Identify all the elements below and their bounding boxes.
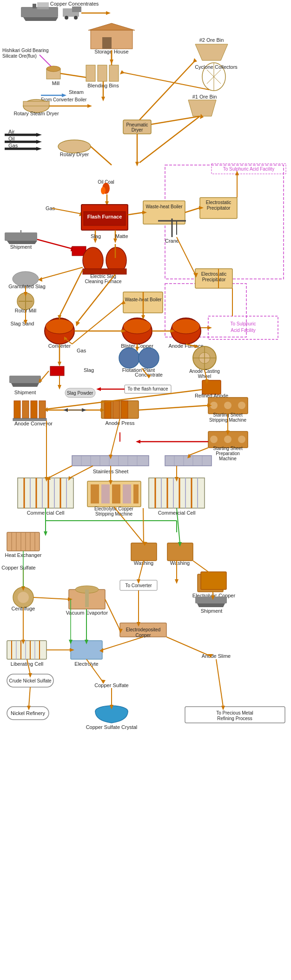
svg-rect-218 bbox=[133, 484, 139, 503]
heat-exchanger-icon bbox=[7, 532, 40, 551]
svg-marker-117 bbox=[76, 321, 80, 326]
svg-rect-160 bbox=[39, 401, 46, 418]
to-sulphuric-acid-1-label: To Sulphuric Acid Facility bbox=[223, 166, 275, 172]
svg-marker-185 bbox=[63, 408, 68, 412]
ore-bin-1-label: #1 Ore Bin bbox=[192, 94, 217, 99]
svg-line-54 bbox=[91, 146, 112, 165]
svg-line-93 bbox=[41, 267, 83, 279]
slag-2-label: Slag bbox=[84, 367, 94, 373]
svg-marker-123 bbox=[207, 326, 212, 330]
rotary-dryer-label: Rotary Dryer bbox=[60, 152, 89, 157]
svg-line-71 bbox=[185, 208, 200, 212]
svg-rect-159 bbox=[31, 401, 37, 418]
electrodeposited-copper-label-2: Copper bbox=[136, 633, 151, 638]
crane-label: Crane bbox=[165, 238, 179, 244]
svg-rect-165 bbox=[121, 401, 128, 418]
svg-rect-158 bbox=[22, 401, 29, 418]
svg-point-177 bbox=[238, 436, 245, 443]
electrolyte-label: Electrolyte bbox=[74, 661, 98, 667]
svg-marker-324 bbox=[193, 58, 197, 63]
svg-point-172 bbox=[224, 402, 231, 409]
svg-marker-186 bbox=[82, 408, 86, 412]
svg-rect-157 bbox=[14, 401, 20, 418]
shipment-3-label: Shipment bbox=[201, 608, 222, 614]
svg-marker-135 bbox=[11, 383, 39, 387]
hishikari-label: Hishikari Gold Bearing bbox=[2, 48, 49, 53]
mill-label: Mill bbox=[52, 80, 60, 86]
svg-line-300 bbox=[29, 687, 30, 707]
svg-marker-133 bbox=[58, 385, 61, 390]
granulated-slag-label: Granulated Slag bbox=[8, 284, 46, 289]
svg-line-292 bbox=[166, 637, 209, 656]
ore-bin-2-label: #2 Ore Bin bbox=[199, 37, 224, 43]
svg-text:Silicate Ore(flux): Silicate Ore(flux) bbox=[2, 53, 37, 59]
svg-rect-216 bbox=[112, 484, 120, 503]
svg-marker-12 bbox=[88, 23, 135, 30]
crude-nickel-sulfate-label: Crude Nickel Sulfate bbox=[9, 678, 52, 683]
svg-line-62 bbox=[52, 208, 81, 214]
to-converter-label: To Converter bbox=[125, 583, 152, 588]
ss-prep-label-1: Starting Sheet bbox=[213, 446, 243, 451]
svg-line-314 bbox=[48, 466, 72, 478]
svg-line-290 bbox=[102, 637, 143, 650]
to-flash-furnace-label: To the flash furnace bbox=[127, 386, 168, 391]
mill-icon bbox=[46, 66, 60, 79]
to-precious-metal-label-1: To Precious Metal bbox=[216, 710, 253, 715]
svg-marker-130 bbox=[58, 362, 61, 366]
svg-marker-269 bbox=[197, 603, 225, 607]
svg-point-8 bbox=[65, 16, 68, 20]
svg-rect-204 bbox=[18, 478, 73, 508]
svg-point-9 bbox=[74, 16, 78, 20]
washing-1-icon bbox=[131, 543, 157, 561]
svg-line-327 bbox=[72, 302, 123, 344]
svg-marker-52 bbox=[36, 147, 42, 151]
vacuum-evaportor-icon bbox=[69, 586, 105, 609]
svg-line-228 bbox=[70, 466, 93, 478]
svg-marker-48 bbox=[36, 133, 42, 137]
copper-sulfate-2-label: Copper Sulfate bbox=[94, 682, 128, 688]
svg-marker-50 bbox=[36, 140, 42, 144]
copper-sulfate-1-label: Copper Sulfate bbox=[1, 565, 35, 570]
anode-casting-wheel-label-2: Wheel bbox=[198, 374, 211, 379]
electrodeposited-copper-label-1: Electrodeposited bbox=[126, 627, 161, 632]
svg-rect-214 bbox=[91, 484, 99, 503]
ore-bin-1-icon bbox=[188, 100, 216, 116]
oil-label: Oil bbox=[8, 136, 14, 141]
storage-house-icon bbox=[88, 23, 135, 49]
svg-line-266 bbox=[33, 597, 69, 599]
svg-marker-11 bbox=[106, 11, 111, 15]
slag-powder-label: Slag Powder bbox=[67, 391, 93, 396]
svg-line-34 bbox=[121, 72, 209, 90]
anode-furnace-icon bbox=[171, 318, 201, 344]
liberating-cell-label: Liberating Cell bbox=[11, 661, 43, 667]
washing-2-label: Washing bbox=[170, 560, 190, 566]
steam-label: Steam bbox=[69, 89, 84, 95]
svg-marker-183 bbox=[136, 440, 140, 444]
svg-line-85 bbox=[37, 239, 72, 249]
svg-marker-35 bbox=[120, 70, 125, 74]
svg-rect-268 bbox=[195, 596, 227, 603]
copper-concentrates-label: Copper Concentrates bbox=[50, 1, 99, 7]
svg-rect-4 bbox=[33, 4, 36, 8]
starting-sheet-stripping-icon bbox=[208, 397, 248, 414]
svg-rect-7 bbox=[72, 7, 81, 12]
svg-line-323 bbox=[139, 60, 195, 120]
svg-marker-37 bbox=[62, 93, 66, 97]
vacuum-evaportor-label: Vacuum Evaportor bbox=[66, 610, 108, 616]
liberating-cell-icon bbox=[7, 641, 46, 659]
shipment-2-label: Shipment bbox=[14, 390, 36, 395]
svg-point-176 bbox=[224, 436, 231, 443]
svg-marker-24 bbox=[195, 44, 228, 60]
slag-sand-label: Slag Sand bbox=[11, 321, 34, 326]
electric-slag-label-2: Cleaning Furnace bbox=[85, 279, 122, 284]
svg-rect-265 bbox=[85, 589, 89, 607]
svg-text:Precipitator: Precipitator bbox=[207, 205, 231, 211]
svg-marker-3 bbox=[23, 17, 58, 21]
air-label: Air bbox=[8, 129, 15, 134]
svg-line-306 bbox=[216, 659, 223, 707]
shipment-3-icon bbox=[195, 596, 227, 607]
electrostatic-precipitator-2-label: Electrostatic bbox=[201, 271, 226, 277]
to-precious-metal-label-2: Refining Process bbox=[217, 716, 252, 721]
flash-furnace-label: Flash Furnace bbox=[87, 214, 122, 219]
svg-marker-153 bbox=[96, 387, 101, 391]
